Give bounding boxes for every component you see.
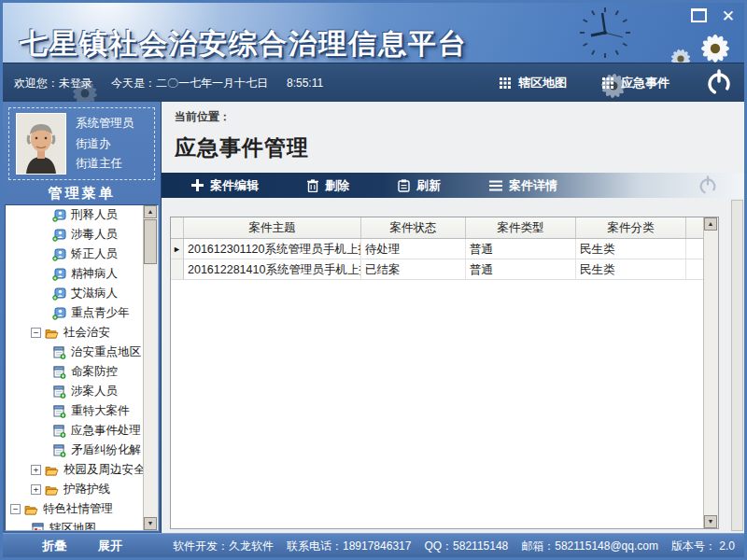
selector-column-header xyxy=(171,217,184,238)
form-icon xyxy=(52,405,66,418)
power-icon[interactable] xyxy=(705,69,733,97)
user-role-title: 系统管理员 xyxy=(76,116,134,132)
collapse-tree-button[interactable]: 折叠 xyxy=(42,538,66,554)
refresh-button[interactable]: 刷新 xyxy=(398,177,441,194)
scroll-up-icon[interactable]: ▲ xyxy=(704,217,717,231)
column-header[interactable]: 案件状态 xyxy=(361,217,466,238)
toolbar-power-icon[interactable] xyxy=(698,175,718,196)
form-icon xyxy=(52,346,66,359)
district-map-label: 辖区地图 xyxy=(518,75,567,91)
form-icon xyxy=(52,425,66,438)
tree-scrollbar[interactable]: ▲ ▼ xyxy=(143,205,158,530)
user-info-box: 系统管理员 街道办 街道主任 xyxy=(8,107,155,180)
collapse-toggle-icon[interactable]: − xyxy=(10,504,21,514)
district-map-button[interactable]: 辖区地图 xyxy=(500,75,567,91)
phone-text: 联系电话：18917846317 xyxy=(287,539,411,554)
daisy-decoration xyxy=(666,44,696,63)
open-folder-icon xyxy=(45,327,59,340)
cases-table: 案件主题案件状态案件类型案件分类 ►201612301120系统管理员手机上报待… xyxy=(170,217,719,529)
tree-item[interactable]: 重点青少年 xyxy=(6,303,144,323)
expand-toggle-icon[interactable]: + xyxy=(31,465,41,475)
tree-item[interactable]: 精神病人 xyxy=(6,264,144,284)
expand-toggle-icon[interactable]: + xyxy=(31,484,41,495)
scroll-down-icon[interactable]: ▼ xyxy=(704,515,717,528)
expand-tree-button[interactable]: 展开 xyxy=(98,538,122,554)
case-edit-button[interactable]: 案件编辑 xyxy=(191,177,259,194)
tree-item[interactable]: 应急事件处理 xyxy=(6,421,144,441)
sidebar: 系统管理员 街道办 街道主任 管理菜单 刑释人员 涉毒人员 矫正人员 xyxy=(3,102,162,533)
case-details-button[interactable]: 案件详情 xyxy=(489,177,557,194)
table-row[interactable]: ►201612301120系统管理员手机上报待处理普通民生类 xyxy=(171,239,703,259)
tree-item-label: 涉毒人员 xyxy=(71,227,118,243)
title-bar: 七星镇社会治安综合治理信息平台 ✕ xyxy=(3,3,744,63)
table-cell: 201612281410系统管理员手机上报 xyxy=(184,259,361,280)
table-cell: 201612301120系统管理员手机上报 xyxy=(184,239,361,259)
filler-cell xyxy=(686,259,703,280)
tree-item-label: 护路护线 xyxy=(63,482,110,497)
table-row[interactable]: 201612281410系统管理员手机上报已结案普通民生类 xyxy=(171,259,703,280)
scroll-up-icon[interactable]: ▲ xyxy=(144,205,157,218)
tree-item[interactable]: − 特色社情管理 xyxy=(6,499,144,519)
tree-item[interactable]: 涉毒人员 xyxy=(6,225,144,245)
tree-item-label: 治安重点地区 xyxy=(71,344,141,360)
welcome-text: 欢迎您：未登录 xyxy=(14,76,92,91)
tree-item[interactable]: 治安重点地区 xyxy=(6,343,144,362)
open-folder-icon xyxy=(45,483,59,497)
filler-column-header xyxy=(686,217,703,238)
tree-item-label: 矛盾纠纷化解 xyxy=(71,442,141,458)
map-report-icon xyxy=(31,523,45,531)
emergency-events-button[interactable]: 应急事件 xyxy=(602,75,669,91)
tree-item[interactable]: 矫正人员 xyxy=(6,245,144,264)
tree-item[interactable]: 重特大案件 xyxy=(6,401,144,421)
tree-item[interactable]: 刑释人员 xyxy=(6,205,144,225)
date-text: 今天是：二〇一七年一月十七日 xyxy=(111,76,268,91)
daisy-decoration xyxy=(694,27,737,63)
tree-item[interactable]: 涉案人员 xyxy=(6,382,144,401)
tree-item[interactable]: + 护路护线 xyxy=(6,480,144,499)
tree-item-label: 艾滋病人 xyxy=(71,286,118,301)
menu-tree: 刑释人员 涉毒人员 矫正人员 精神病人 艾滋病人 xyxy=(6,205,144,530)
emergency-events-label: 应急事件 xyxy=(621,75,669,91)
tree-item-label: 刑释人员 xyxy=(71,207,118,223)
column-header[interactable]: 案件主题 xyxy=(184,217,361,238)
scroll-down-icon[interactable]: ▼ xyxy=(144,517,157,530)
filler-cell xyxy=(686,239,703,259)
app-title: 七星镇社会治安综合治理信息平台 xyxy=(20,25,468,63)
app-window: 七星镇社会治安综合治理信息平台 ✕ 欢迎您：未登录 今天是：二〇一七年一月十七日… xyxy=(0,0,747,560)
table-header-row: 案件主题案件状态案件类型案件分类 xyxy=(171,217,703,239)
column-header[interactable]: 案件类型 xyxy=(466,217,576,238)
close-button[interactable]: ✕ xyxy=(722,10,735,23)
tree-item[interactable]: − 社会治安 xyxy=(6,323,144,343)
menu-header: 管理菜单 xyxy=(3,182,161,204)
email-text: 邮箱：582115148@qq.com xyxy=(521,539,658,554)
person-icon xyxy=(52,209,66,222)
menu-tree-panel: 刑释人员 涉毒人员 矫正人员 精神病人 艾滋病人 xyxy=(5,204,159,531)
table-scrollbar[interactable]: ▲ ▼ xyxy=(703,217,718,528)
tree-item[interactable]: 命案防控 xyxy=(6,362,144,382)
content-area: 案件主题案件状态案件类型案件分类 ►201612301120系统管理员手机上报待… xyxy=(162,198,744,533)
collapse-toggle-icon[interactable]: − xyxy=(31,328,41,338)
case-edit-label: 案件编辑 xyxy=(210,177,259,194)
person-icon xyxy=(52,248,66,261)
time-text: 8:55:11 xyxy=(287,77,323,90)
column-header[interactable]: 案件分类 xyxy=(576,217,686,238)
plus-icon xyxy=(191,179,204,191)
main-panel: 当前位置： 应急事件管理 案件编辑 xyxy=(162,102,744,533)
delete-label: 删除 xyxy=(325,177,349,194)
tree-item[interactable]: 艾滋病人 xyxy=(6,284,144,303)
table-cell: 已结案 xyxy=(361,259,466,280)
toolbar: 案件编辑 删除 xyxy=(162,173,744,198)
refresh-label: 刷新 xyxy=(416,177,441,194)
details-icon xyxy=(489,180,502,191)
breadcrumb: 当前位置： xyxy=(175,109,731,125)
person-icon xyxy=(52,229,66,242)
person-icon xyxy=(52,268,66,281)
developer-text: 软件开发：久龙软件 xyxy=(173,539,274,554)
delete-button[interactable]: 删除 xyxy=(307,177,349,194)
tree-item[interactable]: + 校园及周边安全 xyxy=(6,460,144,480)
tree-item[interactable]: 辖区地图 xyxy=(6,519,144,530)
qq-text: QQ：582115148 xyxy=(424,539,508,554)
tree-item[interactable]: 矛盾纠纷化解 xyxy=(6,441,144,460)
scroll-thumb[interactable] xyxy=(144,219,157,264)
maximize-button[interactable] xyxy=(691,8,707,24)
